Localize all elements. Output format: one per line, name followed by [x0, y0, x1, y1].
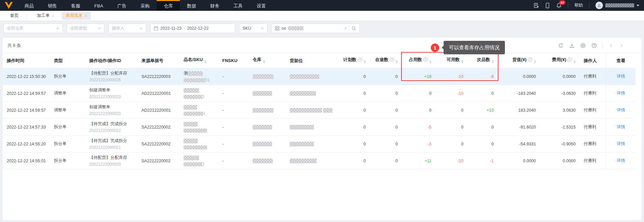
cell-fee: 0.0000: [540, 152, 580, 169]
refresh-icon[interactable]: [558, 43, 564, 48]
feedback-doc-icon[interactable]: [533, 3, 539, 8]
cell-product: [180, 119, 218, 136]
avatar: [595, 2, 603, 9]
notification-bell-icon[interactable]: 37: [556, 3, 562, 8]
col-header-product[interactable]: 品名/SKU: [180, 53, 218, 68]
cell-value: -54.9331: [519, 142, 536, 146]
cell-defect: -1: [468, 152, 498, 169]
cell-planned: 0: [333, 136, 370, 152]
sort-icon[interactable]: [396, 59, 398, 64]
cell-fee: 0.0000: [563, 159, 576, 163]
col-header-defect[interactable]: 次品数: [468, 53, 498, 68]
type-select[interactable]: 全部类型: [67, 24, 104, 33]
help-circle-icon[interactable]: ?: [358, 57, 362, 62]
col-header-available[interactable]: 可用数: [436, 53, 468, 68]
col-label: 仓库: [253, 57, 261, 62]
tab-库存流水[interactable]: 库存流水×: [62, 12, 91, 20]
sku-fragment: 1: [202, 162, 205, 166]
cell-transit: 0: [370, 136, 402, 152]
help-circle-icon[interactable]: ?: [568, 57, 572, 62]
cell-time: 2022-12-22 14:57:33: [3, 119, 50, 136]
cell-time: 2022-12-22 15:50:30: [7, 74, 46, 79]
nav-item-财务[interactable]: 财务: [203, 0, 226, 11]
sort-icon[interactable]: [461, 59, 463, 64]
cell-warehouse: [249, 85, 286, 102]
nav-item-采购[interactable]: 采购: [133, 0, 157, 11]
cell-occupied: 0: [402, 102, 436, 119]
col-header-value[interactable]: 货值(¥)?: [498, 53, 540, 68]
warehouse-select[interactable]: 全部仓库: [3, 24, 63, 33]
nav-item-仓库[interactable]: 仓库: [157, 0, 180, 11]
view-detail-link[interactable]: 详情: [617, 141, 625, 146]
column-settings-icon[interactable]: [580, 43, 586, 48]
cell-type: 调整单: [50, 102, 85, 119]
clear-search-icon[interactable]: ×: [344, 26, 347, 31]
search-field-select[interactable]: SKU: [239, 24, 267, 33]
view-detail-link[interactable]: 详情: [617, 108, 625, 112]
view-detail-link[interactable]: 详情: [617, 158, 625, 163]
nav-item-广告[interactable]: 广告: [110, 0, 133, 11]
user-menu[interactable]: [595, 2, 639, 9]
view-detail-link[interactable]: 详情: [617, 124, 625, 129]
close-icon[interactable]: ×: [85, 14, 87, 18]
col-header-operator: 操作人: [580, 53, 606, 68]
cell-time: 2022-12-22 14:55:01: [7, 159, 46, 163]
sort-icon[interactable]: [534, 59, 536, 64]
help-circle-icon[interactable]: ?: [423, 57, 428, 62]
help-link[interactable]: 帮助: [574, 2, 583, 8]
sort-icon[interactable]: [204, 59, 206, 64]
operator-select[interactable]: 操作人: [108, 24, 146, 33]
nav-item-客服[interactable]: 客服: [64, 0, 87, 11]
date-range-picker[interactable]: 2022-11-23 - 2022-12-22: [150, 24, 235, 33]
cell-source: SA2212220002: [141, 159, 170, 163]
col-header-occupied[interactable]: 占用数?: [402, 53, 436, 68]
tab-home[interactable]: 首页: [10, 13, 24, 19]
cell-type: 调整单: [50, 85, 85, 102]
cell-fnsku: -: [218, 102, 249, 119]
divider: [349, 26, 349, 31]
cell-planned: 0: [363, 74, 366, 79]
inventory-flow-page: { "navbar": { "menu_items": ["商品","销售","…: [0, 0, 644, 222]
col-header-planned[interactable]: 计划数?: [333, 53, 370, 68]
divider: [568, 3, 568, 8]
nav-item-销售[interactable]: 销售: [41, 0, 64, 11]
sort-icon[interactable]: [263, 59, 265, 64]
page-prev-icon[interactable]: [609, 43, 613, 48]
col-header-warehouse[interactable]: 仓库: [249, 53, 286, 68]
help-circle-icon[interactable]: ?: [390, 57, 394, 62]
close-icon[interactable]: ×: [52, 14, 54, 18]
col-header-transit[interactable]: 在途数?: [370, 53, 402, 68]
nav-item-FBA[interactable]: FBA: [87, 0, 110, 11]
tab-加工单[interactable]: 加工单×: [33, 12, 58, 20]
view-detail-link[interactable]: 详情: [617, 91, 625, 95]
action-id: 20221222000020: [89, 162, 133, 167]
cell-time: 2022-12-22 14:59:57: [7, 91, 46, 96]
chevron-down-icon: [637, 5, 639, 8]
logo-fox-icon[interactable]: [0, 0, 18, 11]
view-detail-link[interactable]: 详情: [617, 74, 625, 79]
page-next-icon[interactable]: [619, 43, 624, 48]
help-circle-icon[interactable]: [591, 43, 597, 48]
redacted-text: [184, 156, 199, 160]
cell-type: 拆分单: [54, 74, 67, 79]
nav-item-工具[interactable]: 工具: [226, 0, 250, 11]
col-header-fee[interactable]: 费用(¥)?: [540, 53, 580, 68]
cell-occupied: 0: [402, 85, 436, 102]
cell-fnsku: -: [218, 152, 249, 169]
sort-icon[interactable]: [429, 59, 431, 64]
search-input[interactable]: ce ×: [271, 24, 360, 33]
sort-icon[interactable]: [364, 59, 366, 64]
nav-item-设置[interactable]: 设置: [250, 0, 273, 11]
cell-value: 183.2040: [498, 102, 540, 119]
cell-defect: 0: [491, 91, 494, 96]
col-label: 在途数: [375, 57, 388, 62]
search-icon[interactable]: [351, 26, 356, 31]
download-icon[interactable]: [569, 43, 575, 48]
sort-icon[interactable]: [492, 59, 494, 64]
sort-icon[interactable]: [574, 59, 576, 64]
nav-item-数据[interactable]: 数据: [180, 0, 203, 11]
col-label: 货架位: [290, 58, 303, 63]
nav-item-商品[interactable]: 商品: [18, 0, 41, 11]
mobile-app-icon[interactable]: [545, 3, 550, 8]
help-circle-icon[interactable]: ?: [528, 57, 532, 62]
